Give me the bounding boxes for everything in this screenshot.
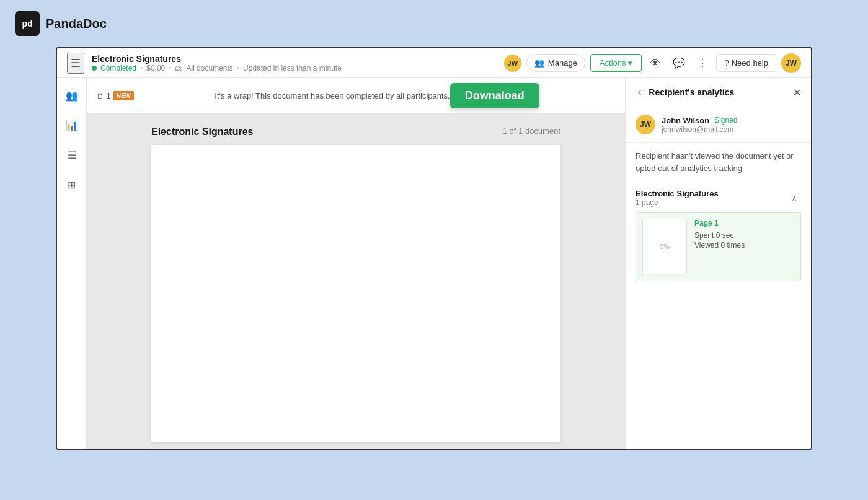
back-icon: ‹: [638, 87, 641, 97]
app-header: ☰ Electronic Signatures Completed • $0.0…: [57, 48, 811, 78]
close-icon: ✕: [793, 87, 801, 98]
doc-viewer: 🗋 1 NEW It's a wrap! This document has b…: [87, 78, 625, 449]
app-window: ☰ Electronic Signatures Completed • $0.0…: [56, 47, 812, 450]
actions-button[interactable]: Actions ▾: [590, 54, 642, 72]
doc-section-pages: 1 page: [636, 198, 719, 207]
chat-icon: 💬: [673, 57, 685, 69]
sidebar-icon-list[interactable]: ☰: [62, 145, 82, 165]
eye-icon: 👁: [650, 58, 660, 69]
more-options-button[interactable]: ⋮: [694, 53, 711, 72]
doc-location-icon: 🗂: [175, 64, 182, 72]
signed-badge: Signed: [714, 116, 737, 125]
page-stats: Page 1 Spent 0 sec Viewed 0 times: [694, 219, 794, 251]
recipient-row: JW John Wilson Signed johnwilson@mail.co…: [626, 107, 811, 143]
doc-location: All documents: [186, 64, 232, 72]
list-icon: ☰: [68, 149, 76, 161]
panel-nav: ‹ Recipient's analytics: [636, 86, 734, 99]
manage-button[interactable]: 👥 Manage: [526, 54, 585, 72]
help-icon: ?: [724, 58, 728, 68]
users-icon: 👥: [66, 90, 78, 102]
panel-back-button[interactable]: ‹: [636, 86, 644, 99]
doc-toolbar: 🗋 1 NEW It's a wrap! This document has b…: [87, 78, 625, 114]
page-viewed: Viewed 0 times: [694, 241, 794, 250]
doc-page: [151, 145, 560, 442]
page-label: Page 1: [694, 219, 794, 227]
sidebar-icon-chart[interactable]: 📊: [62, 115, 82, 135]
doc-header-row: Electronic Signatures 1 of 1 document: [151, 126, 560, 138]
status-completed: Completed: [100, 64, 136, 72]
top-bar: pd PandaDoc: [0, 0, 868, 47]
doc-section-header: Electronic Signatures 1 page ∧: [636, 189, 801, 207]
recipient-name-row: John Wilson Signed: [662, 116, 801, 125]
eye-icon-button[interactable]: 👁: [647, 54, 664, 72]
need-help-button[interactable]: ? Need help: [716, 54, 776, 72]
doc-pages: 1 of 1 document: [503, 126, 560, 138]
page-spent: Spent 0 sec: [694, 231, 794, 240]
page-badge: 🗋 1 NEW: [97, 91, 134, 100]
doc-title-area: Electronic Signatures Completed • $0.00 …: [92, 54, 497, 72]
doc-section-title: Electronic Signatures: [636, 189, 719, 198]
chat-icon-button[interactable]: 💬: [669, 53, 689, 72]
analytics-message: Recipient hasn't viewed the document yet…: [626, 143, 811, 182]
recipient-avatar: JW: [636, 115, 655, 134]
recipient-info: John Wilson Signed johnwilson@mail.com: [662, 116, 801, 134]
doc-title: Electronic Signatures: [92, 54, 497, 64]
collapse-button[interactable]: ∧: [787, 190, 801, 207]
notification-text: It's a wrap! This document has been comp…: [215, 91, 450, 100]
logo-text: PandaDoc: [46, 17, 107, 31]
chart-icon: 📊: [66, 120, 78, 131]
sidebar-icon-grid[interactable]: ⊞: [62, 175, 82, 195]
right-panel: ‹ Recipient's analytics ✕ JW John Wilson…: [625, 78, 811, 449]
doc-name: Electronic Signatures: [151, 126, 254, 138]
left-sidebar: 👥 📊 ☰ ⊞: [57, 78, 87, 449]
page-thumbnail: 0%: [642, 219, 687, 274]
chevron-up-icon: ∧: [791, 193, 797, 203]
grid-icon: ⊞: [68, 179, 76, 191]
recipient-name: John Wilson: [662, 116, 709, 125]
page-icon: 🗋: [97, 92, 104, 100]
chevron-down-icon: ▾: [628, 58, 632, 68]
download-button[interactable]: Downaload: [450, 83, 539, 108]
page-card: 0% Page 1 Spent 0 sec Viewed 0 times: [636, 212, 801, 281]
notification-bar: It's a wrap! This document has been comp…: [139, 83, 615, 108]
recipient-email: johnwilson@mail.com: [662, 125, 801, 134]
header-right: JW 👥 Manage Actions ▾ 👁 💬 ⋮ ? Need help: [504, 53, 801, 73]
panel-title: Recipient's analytics: [649, 87, 734, 97]
people-icon: 👥: [534, 58, 544, 68]
content-area: 👥 📊 ☰ ⊞ 🗋 1 NEW It's a wrap: [57, 78, 811, 449]
hamburger-button[interactable]: ☰: [67, 53, 84, 74]
avatar-manage: JW: [504, 55, 521, 72]
status-dot: [92, 66, 97, 71]
ellipsis-icon: ⋮: [698, 57, 707, 69]
doc-meta: Completed • $0.00 • 🗂 All documents • Up…: [92, 64, 497, 72]
doc-content: Electronic Signatures 1 of 1 document: [87, 114, 625, 449]
panel-header: ‹ Recipient's analytics ✕: [626, 78, 811, 107]
new-badge: NEW: [113, 91, 134, 100]
doc-price: $0.00: [146, 64, 165, 72]
user-avatar[interactable]: JW: [781, 53, 801, 73]
logo-container: pd PandaDoc: [15, 11, 107, 36]
logo-icon: pd: [15, 11, 40, 36]
doc-updated: Updated in less than a minute: [243, 64, 342, 72]
panel-close-button[interactable]: ✕: [793, 87, 801, 99]
sidebar-icon-users[interactable]: 👥: [62, 86, 82, 105]
doc-section: Electronic Signatures 1 page ∧ 0% Page 1…: [626, 182, 811, 289]
